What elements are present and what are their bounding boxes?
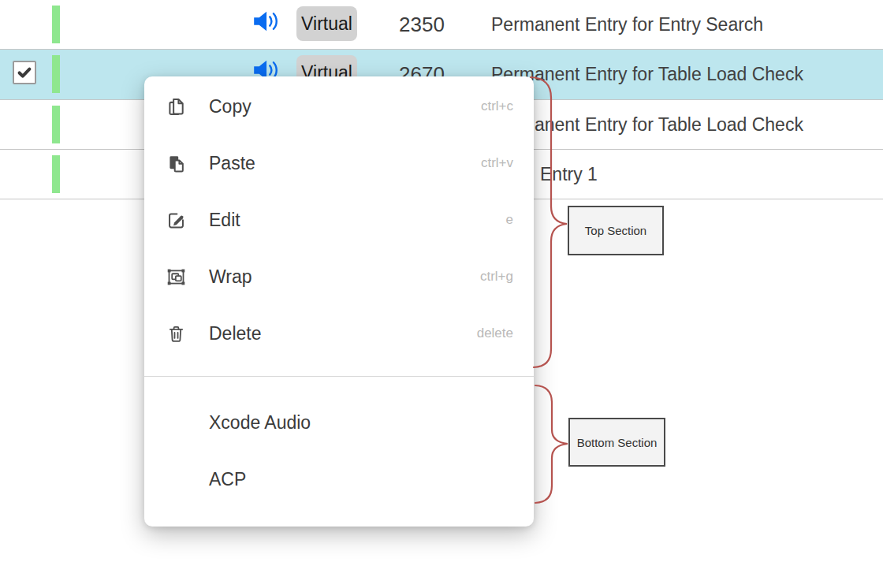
menu-item-shortcut: ctrl+g xyxy=(480,269,513,285)
type-badge: Virtual xyxy=(296,6,357,41)
status-indicator-bar xyxy=(52,106,60,143)
entry-description: Permanent Entry for Table Load Check xyxy=(491,50,803,99)
entry-id: 2350 xyxy=(386,0,457,49)
menu-item-shortcut: ctrl+v xyxy=(481,155,513,171)
menu-item-wrap[interactable]: Wrap ctrl+g xyxy=(144,248,534,305)
menu-item-edit[interactable]: Edit e xyxy=(144,192,534,248)
context-menu-top-section: Copy ctrl+c Paste ctrl+v xyxy=(144,76,534,376)
top-section-label: Top Section xyxy=(585,224,646,237)
screen: Virtual 2350 Permanent Entry for Entry S… xyxy=(0,0,883,588)
context-menu-bottom-section: Xcode Audio ACP xyxy=(144,377,534,527)
speaker-icon[interactable] xyxy=(252,10,282,32)
menu-item-label: Edit xyxy=(209,210,506,231)
context-menu: Copy ctrl+c Paste ctrl+v xyxy=(144,76,534,527)
menu-item-shortcut: delete xyxy=(477,326,513,341)
delete-icon xyxy=(166,323,187,344)
menu-item-shortcut: e xyxy=(506,212,513,228)
entry-description: Permanent Entry for Entry Search xyxy=(491,0,763,49)
bottom-section-brace xyxy=(535,385,568,503)
copy-icon xyxy=(166,96,187,117)
menu-item-shortcut: ctrl+c xyxy=(481,99,513,114)
bottom-section-label: Bottom Section xyxy=(577,436,658,449)
bottom-section-callout: Bottom Section xyxy=(568,418,665,467)
status-indicator-bar xyxy=(52,6,60,43)
menu-item-delete[interactable]: Delete delete xyxy=(144,305,534,362)
menu-item-label: Delete xyxy=(209,323,477,344)
menu-item-copy[interactable]: Copy ctrl+c xyxy=(144,78,534,135)
entry-description: Permanent Entry for Table Load Check xyxy=(491,100,803,149)
menu-item-label: Wrap xyxy=(209,266,480,288)
edit-icon xyxy=(166,210,187,231)
table-row[interactable]: Virtual 2350 Permanent Entry for Entry S… xyxy=(0,0,883,50)
menu-item-label: Paste xyxy=(209,153,481,174)
menu-item-xcode-audio[interactable]: Xcode Audio xyxy=(144,394,534,451)
paste-icon xyxy=(166,153,187,174)
status-indicator-bar xyxy=(52,55,60,93)
entry-description: Entry 1 xyxy=(540,150,598,199)
menu-item-label: Xcode Audio xyxy=(209,412,513,434)
row-checkbox[interactable] xyxy=(13,61,36,84)
menu-item-label: ACP xyxy=(209,469,513,490)
wrap-icon xyxy=(166,266,187,288)
status-indicator-bar xyxy=(52,155,60,193)
top-section-callout: Top Section xyxy=(568,206,664,255)
menu-item-acp[interactable]: ACP xyxy=(144,451,534,508)
menu-item-label: Copy xyxy=(209,96,481,117)
menu-item-paste[interactable]: Paste ctrl+v xyxy=(144,135,534,192)
